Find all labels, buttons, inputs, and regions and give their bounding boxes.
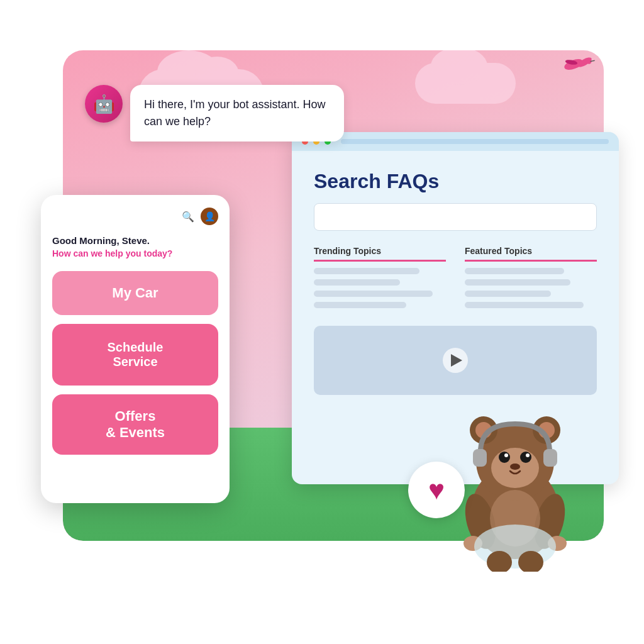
svg-point-12 [499, 452, 510, 463]
search-icon[interactable]: 🔍 [182, 211, 194, 223]
cloud-2 [415, 63, 516, 104]
topic-line [314, 279, 400, 286]
topic-line [465, 268, 564, 274]
heart-badge: ♥ [408, 462, 465, 518]
trending-topics-col: Trending Topics [314, 246, 446, 313]
svg-point-15 [526, 453, 530, 457]
svg-point-24 [474, 525, 556, 569]
svg-point-14 [504, 453, 508, 457]
topic-line [314, 302, 406, 308]
address-bar [341, 139, 609, 144]
topic-line [465, 291, 551, 297]
schedule-service-button[interactable]: ScheduleService [52, 324, 218, 386]
svg-point-13 [520, 452, 531, 463]
greeting-name: Good Morning, Steve. [52, 235, 218, 246]
robot-icon: 🤖 [93, 94, 115, 114]
heart-icon: ♥ [428, 474, 445, 506]
faq-search-input[interactable] [314, 203, 597, 231]
play-button[interactable] [443, 348, 468, 373]
chat-bubble-container: 🤖 Hi there, I'm your bot assistant. How … [85, 85, 344, 142]
topic-line [314, 268, 419, 274]
topic-line [314, 291, 433, 297]
chat-bubble: Hi there, I'm your bot assistant. How ca… [130, 85, 344, 142]
topic-line [465, 302, 584, 308]
faq-title: Search FAQs [314, 170, 597, 193]
mobile-header: 🔍 👤 [52, 208, 218, 225]
topic-line [465, 279, 570, 286]
greeting-question: How can we help you today? [52, 248, 218, 258]
chat-message: Hi there, I'm your bot assistant. How ca… [144, 98, 326, 128]
svg-rect-18 [543, 449, 557, 467]
svg-rect-17 [473, 449, 487, 467]
trending-topics-heading: Trending Topics [314, 246, 446, 262]
bot-avatar: 🤖 [85, 85, 123, 123]
offers-events-button[interactable]: Offers& Events [52, 394, 218, 455]
mobile-card: 🔍 👤 Good Morning, Steve. How can we help… [41, 195, 230, 503]
bear-mascot [443, 396, 587, 572]
featured-topics-heading: Featured Topics [465, 246, 597, 262]
play-icon [451, 354, 462, 367]
scene: Search FAQs Trending Topics Featured Top… [0, 0, 644, 644]
bird-icon [559, 53, 597, 75]
featured-topics-col: Featured Topics [465, 246, 597, 313]
svg-point-16 [510, 464, 520, 470]
video-placeholder [314, 326, 597, 395]
my-car-button[interactable]: My Car [52, 271, 218, 315]
topics-row: Trending Topics Featured Topics [314, 246, 597, 313]
faq-content: Search FAQs Trending Topics Featured Top… [292, 151, 619, 408]
user-avatar[interactable]: 👤 [201, 208, 218, 225]
